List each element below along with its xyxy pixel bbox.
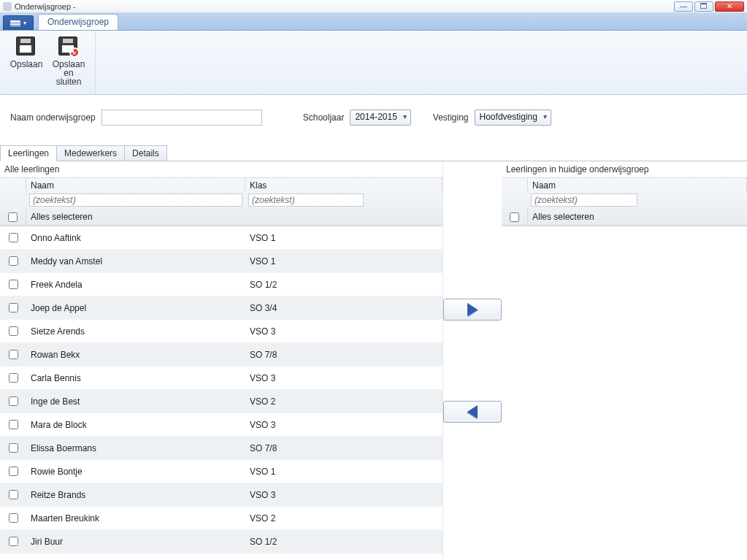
select-all-label-right[interactable]: Alles selecteren xyxy=(528,209,747,225)
save-close-icon: ✕ xyxy=(58,37,79,57)
window-title: Onderwijsgroep - xyxy=(15,2,674,11)
move-right-button[interactable] xyxy=(443,299,502,321)
toolbar-group-file: Opslaan ✕ Opslaan en sluiten xyxy=(0,31,96,94)
row-checkbox[interactable] xyxy=(9,373,18,383)
column-header-name-right[interactable]: Naam xyxy=(528,178,747,192)
minimize-button[interactable]: — xyxy=(674,1,693,12)
ribbon-tab-onderwijsgroep[interactable]: Onderwijsgroep xyxy=(38,14,118,30)
search-name-input[interactable] xyxy=(29,193,242,207)
table-row[interactable]: Maarten BreukinkVSO 2 xyxy=(0,507,443,530)
table-row[interactable]: Rowie BontjeVSO 1 xyxy=(0,460,443,483)
row-checkbox[interactable] xyxy=(9,326,18,336)
row-checkbox[interactable] xyxy=(9,396,18,406)
form-row: Naam onderwijsgroep Schooljaar 2014-2015… xyxy=(0,95,747,140)
table-row[interactable]: Carla BennisVSO 3 xyxy=(0,367,443,390)
row-checkbox[interactable] xyxy=(9,443,18,453)
row-klas: VSO 1 xyxy=(245,256,443,266)
tab-details[interactable]: Details xyxy=(124,145,167,161)
app-menu-button[interactable]: ▾ xyxy=(3,15,34,30)
row-klas: VSO 2 xyxy=(245,513,443,523)
row-checkbox[interactable] xyxy=(9,256,18,266)
name-input[interactable] xyxy=(101,110,262,126)
column-header-klas[interactable]: Klas xyxy=(245,178,443,192)
row-name: Jiri Buur xyxy=(26,537,245,547)
detail-tabs: Leerlingen Medewerkers Details xyxy=(0,145,747,161)
search-name-input-right[interactable] xyxy=(531,193,637,207)
row-name: Onno Aaftink xyxy=(26,233,245,243)
location-label: Vestiging xyxy=(433,112,469,123)
name-label: Naam onderwijsgroep xyxy=(10,112,96,123)
column-header-name[interactable]: Naam xyxy=(26,178,245,192)
all-students-header: Naam Klas Alles selecteren xyxy=(0,177,443,226)
save-close-label: Opslaan en sluiten xyxy=(51,60,86,86)
row-name: Mara de Block xyxy=(26,420,245,430)
select-all-checkbox[interactable] xyxy=(8,212,18,222)
table-row[interactable]: Jiri BuurSO 1/2 xyxy=(0,530,443,553)
save-label: Opslaan xyxy=(10,60,43,69)
row-klas: SO 1/2 xyxy=(245,537,443,547)
row-checkbox[interactable] xyxy=(9,420,18,429)
row-checkbox[interactable] xyxy=(9,513,18,523)
app-icon xyxy=(3,2,12,11)
group-students-panel: Leerlingen in huidige onderwijsgroep Naa… xyxy=(502,161,747,560)
row-klas: VSO 3 xyxy=(245,373,443,383)
row-name: Rowan Bekx xyxy=(26,350,245,360)
select-all-checkbox-right[interactable] xyxy=(510,212,519,222)
row-klas: SO 3/4 xyxy=(245,303,443,313)
chevron-down-icon: ▾ xyxy=(23,20,26,26)
row-name: Inge de Best xyxy=(26,396,245,407)
all-students-rows[interactable]: Onno AaftinkVSO 1Meddy van AmstelVSO 1Fr… xyxy=(0,226,443,560)
table-row[interactable]: Inge de BestVSO 2 xyxy=(0,390,443,413)
location-dropdown[interactable]: Hoofdvestiging xyxy=(475,110,551,126)
table-row[interactable]: Reitze BrandsVSO 3 xyxy=(0,483,443,507)
schoolyear-label: Schooljaar xyxy=(303,112,345,123)
row-name: Elissa Boermans xyxy=(26,443,245,453)
table-row[interactable]: Mara de BlockVSO 3 xyxy=(0,413,443,437)
row-checkbox[interactable] xyxy=(9,350,18,359)
table-row[interactable]: Meddy van AmstelVSO 1 xyxy=(0,250,443,273)
tab-leerlingen[interactable]: Leerlingen xyxy=(0,145,57,161)
move-left-button[interactable] xyxy=(443,401,502,423)
table-row[interactable]: Sietze ArendsVSO 3 xyxy=(0,320,443,343)
location-value: Hoofdvestiging xyxy=(480,112,537,122)
search-klas-input[interactable] xyxy=(248,193,364,207)
table-row[interactable]: Freek AndelaSO 1/2 xyxy=(0,273,443,296)
row-klas: VSO 3 xyxy=(245,420,443,430)
row-checkbox[interactable] xyxy=(9,280,18,289)
row-name: Reitze Brands xyxy=(26,490,245,500)
maximize-button[interactable]: 🗖 xyxy=(694,1,713,12)
table-row[interactable]: Elissa BoermansSO 7/8 xyxy=(0,437,443,460)
row-checkbox[interactable] xyxy=(9,303,18,312)
list-icon xyxy=(10,20,20,26)
table-row[interactable]: Rowan BekxSO 7/8 xyxy=(0,343,443,367)
table-row[interactable]: Joep de AppelSO 3/4 xyxy=(0,296,443,320)
group-students-rows[interactable] xyxy=(502,226,747,560)
schoolyear-value: 2014-2015 xyxy=(355,112,397,122)
save-icon xyxy=(16,37,37,57)
row-klas: SO 7/8 xyxy=(245,443,443,453)
row-klas: VSO 2 xyxy=(245,396,443,407)
ribbon-tabs: ▾ Onderwijsgroep xyxy=(0,13,747,31)
row-name: Sietze Arends xyxy=(26,326,245,337)
table-row[interactable]: Onno AaftinkVSO 1 xyxy=(0,226,443,250)
group-students-title: Leerlingen in huidige onderwijsgroep xyxy=(502,161,747,177)
title-bar: Onderwijsgroep - — 🗖 ✕ xyxy=(0,0,747,13)
schoolyear-dropdown[interactable]: 2014-2015 xyxy=(350,110,410,126)
row-klas: SO 7/8 xyxy=(245,350,443,360)
save-button[interactable]: Opslaan xyxy=(7,34,45,93)
ribbon-toolbar: Opslaan ✕ Opslaan en sluiten xyxy=(0,31,747,95)
row-checkbox[interactable] xyxy=(9,467,18,476)
select-all-label[interactable]: Alles selecteren xyxy=(26,209,443,225)
row-checkbox[interactable] xyxy=(9,490,18,499)
close-button[interactable]: ✕ xyxy=(715,1,744,12)
row-klas: SO 1/2 xyxy=(245,280,443,290)
row-klas: VSO 3 xyxy=(245,490,443,500)
arrow-right-icon xyxy=(467,303,478,316)
save-and-close-button[interactable]: ✕ Opslaan en sluiten xyxy=(50,34,88,93)
window-controls: — 🗖 ✕ xyxy=(674,1,744,12)
row-klas: VSO 1 xyxy=(245,233,443,243)
tab-medewerkers[interactable]: Medewerkers xyxy=(56,145,125,161)
row-checkbox[interactable] xyxy=(9,233,18,242)
row-checkbox[interactable] xyxy=(9,537,18,546)
row-klas: VSO 1 xyxy=(245,467,443,477)
